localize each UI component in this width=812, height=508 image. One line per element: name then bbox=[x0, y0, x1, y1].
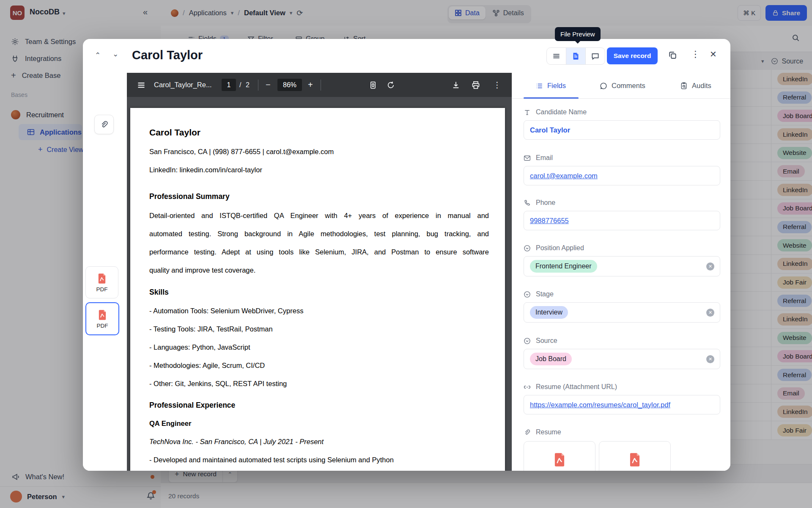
phone-link[interactable]: 9988776655 bbox=[530, 217, 569, 225]
field-input-source[interactable]: Job Board ✕ bbox=[524, 349, 720, 369]
file-preview-button[interactable] bbox=[566, 48, 586, 64]
text-field-icon bbox=[524, 109, 531, 116]
field-input-position-applied[interactable]: Frontend Engineer ✕ bbox=[524, 256, 720, 276]
file-preview-tooltip: File Preview bbox=[555, 27, 601, 41]
pdf-viewer: Carol_Taylor_Re... 1 / 2 − 86% + bbox=[127, 73, 512, 471]
field-input-resume-url[interactable]: https://example.com/resumes/carol_taylor… bbox=[524, 395, 720, 414]
fields-list-icon bbox=[535, 82, 543, 90]
comment-icon bbox=[600, 82, 607, 90]
print-icon[interactable] bbox=[472, 81, 480, 89]
page-separator: / bbox=[239, 81, 241, 89]
active-tab-underline bbox=[524, 97, 579, 99]
resume-text-line: - Languages: Python, JavaScript bbox=[149, 343, 489, 351]
field-label-stage[interactable]: Stage bbox=[524, 290, 554, 298]
comment-icon bbox=[591, 52, 599, 60]
modal-header: ⌃ ⌃ Carol Taylor Save record ⋮ ✕ bbox=[83, 39, 730, 73]
zoom-out-icon[interactable]: − bbox=[266, 80, 271, 90]
field-input-candidate-name[interactable]: Carol Taylor bbox=[524, 120, 720, 140]
clear-value-icon[interactable]: ✕ bbox=[706, 309, 714, 317]
toolbar-divider bbox=[258, 80, 258, 91]
paperclip-icon bbox=[524, 429, 531, 436]
link-icon bbox=[524, 384, 531, 391]
field-label-resume-url[interactable]: Resume (Attachment URL) bbox=[524, 383, 617, 391]
position-pill: Frontend Engineer bbox=[530, 260, 597, 273]
resume-text-line: - Other: Git, Jenkins, SQL, REST API tes… bbox=[149, 380, 489, 388]
resume-text-line: performance testing. Adept at using tool… bbox=[149, 248, 489, 256]
email-link[interactable]: carol.t@example.com bbox=[530, 172, 598, 180]
attach-button[interactable] bbox=[94, 115, 114, 134]
comments-toggle-button[interactable] bbox=[586, 48, 605, 64]
resume-text-line: - Testing Tools: JIRA, TestRail, Postman bbox=[149, 325, 489, 333]
resume-section-title: Skills bbox=[149, 288, 489, 297]
envelope-icon bbox=[524, 155, 531, 162]
pdf-label: PDF bbox=[97, 323, 108, 329]
fit-page-icon[interactable] bbox=[369, 81, 377, 89]
field-label-resume[interactable]: Resume bbox=[524, 428, 561, 436]
pdf-toolbar: Carol_Taylor_Re... 1 / 2 − 86% + bbox=[127, 73, 512, 97]
record-fields-view-button[interactable] bbox=[547, 48, 566, 64]
rotate-icon[interactable] bbox=[387, 81, 395, 89]
audit-icon bbox=[680, 82, 688, 90]
select-field-icon bbox=[524, 291, 531, 298]
field-input-email[interactable]: carol.t@example.com bbox=[524, 166, 720, 185]
tab-comments[interactable]: Comments bbox=[600, 73, 645, 99]
clear-value-icon[interactable]: ✕ bbox=[706, 262, 714, 271]
record-view-switch bbox=[546, 47, 605, 65]
attachment-card-pdf-2[interactable] bbox=[599, 441, 671, 471]
field-label-position-applied[interactable]: Position Applied bbox=[524, 244, 584, 252]
pdf-page: Carol Taylor San Francisco, CA | (998) 8… bbox=[130, 108, 505, 471]
close-modal-icon[interactable]: ✕ bbox=[710, 49, 717, 59]
pdf-filename: Carol_Taylor_Re... bbox=[154, 81, 212, 89]
field-label-phone[interactable]: Phone bbox=[524, 199, 555, 207]
download-icon[interactable] bbox=[452, 81, 460, 89]
stage-pill: Interview bbox=[530, 306, 568, 319]
field-label-email[interactable]: Email bbox=[524, 154, 553, 162]
copy-record-icon[interactable] bbox=[668, 51, 677, 60]
resume-linkedin: LinkedIn: linkedin.com/in/carol-taylor bbox=[149, 166, 489, 174]
resume-section-title: Professional Experience bbox=[149, 401, 489, 410]
resume-text-line: quality and improve test coverage. bbox=[149, 266, 489, 274]
record-title: Carol Taylor bbox=[132, 48, 203, 62]
resume-text-line: - Methodologies: Agile, Scrum, CI/CD bbox=[149, 362, 489, 370]
field-label-source[interactable]: Source bbox=[524, 337, 557, 345]
candidate-name-value: Carol Taylor bbox=[530, 126, 570, 134]
page-total: 2 bbox=[246, 81, 250, 89]
file-preview-icon bbox=[572, 52, 580, 60]
attachment-rail: PDF PDF Add file(s) bbox=[83, 73, 127, 471]
select-field-icon bbox=[524, 337, 531, 345]
record-menu-icon[interactable]: ⋮ bbox=[691, 49, 700, 59]
tab-fields[interactable]: Fields bbox=[535, 73, 566, 99]
pdf-menu-icon[interactable] bbox=[137, 81, 145, 89]
paperclip-icon bbox=[100, 120, 109, 129]
source-pill: Job Board bbox=[530, 353, 572, 365]
pdf-file-icon bbox=[96, 273, 108, 284]
attachment-thumb-pdf-2[interactable]: PDF bbox=[85, 302, 119, 335]
clear-value-icon[interactable]: ✕ bbox=[706, 355, 714, 363]
phone-icon bbox=[524, 199, 531, 207]
screen: NO NocoDB ▾ « / Applications ▾ / Default… bbox=[0, 0, 812, 508]
save-record-button[interactable]: Save record bbox=[607, 47, 658, 64]
pdf-label: PDF bbox=[96, 286, 108, 293]
pdf-page-input[interactable]: 1 bbox=[222, 79, 236, 91]
zoom-in-icon[interactable]: + bbox=[308, 80, 313, 90]
attachment-thumb-pdf-1[interactable]: PDF bbox=[85, 266, 118, 298]
attachment-card-pdf-1[interactable] bbox=[524, 441, 595, 471]
record-side-panel: Fields Comments Audits Candidate Name Ca… bbox=[512, 73, 730, 471]
field-label-candidate-name[interactable]: Candidate Name bbox=[524, 108, 587, 116]
prev-record-button[interactable]: ⌃ bbox=[95, 51, 101, 60]
resume-role: QA Engineer bbox=[149, 420, 489, 428]
resume-contact: San Francisco, CA | (998) 877-6655 | car… bbox=[149, 148, 489, 156]
field-input-stage[interactable]: Interview ✕ bbox=[524, 302, 720, 323]
resume-text-line: - Automation Tools: Selenium WebDriver, … bbox=[149, 307, 489, 315]
resume-company: TechNova Inc. - San Francisco, CA | July… bbox=[149, 438, 489, 446]
tab-audits[interactable]: Audits bbox=[680, 73, 711, 99]
zoom-level[interactable]: 86% bbox=[277, 79, 302, 91]
pdf-file-icon bbox=[627, 452, 643, 468]
resume-url-link[interactable]: https://example.com/resumes/carol_taylor… bbox=[530, 401, 670, 409]
pdf-more-icon[interactable]: ⋮ bbox=[493, 80, 501, 90]
record-modal: ⌃ ⌃ Carol Taylor Save record ⋮ ✕ bbox=[83, 39, 730, 471]
field-input-phone[interactable]: 9988776655 bbox=[524, 211, 720, 230]
hamburger-icon bbox=[552, 52, 560, 60]
next-record-button[interactable]: ⌃ bbox=[112, 49, 118, 58]
panel-tabs: Fields Comments Audits bbox=[512, 73, 730, 99]
